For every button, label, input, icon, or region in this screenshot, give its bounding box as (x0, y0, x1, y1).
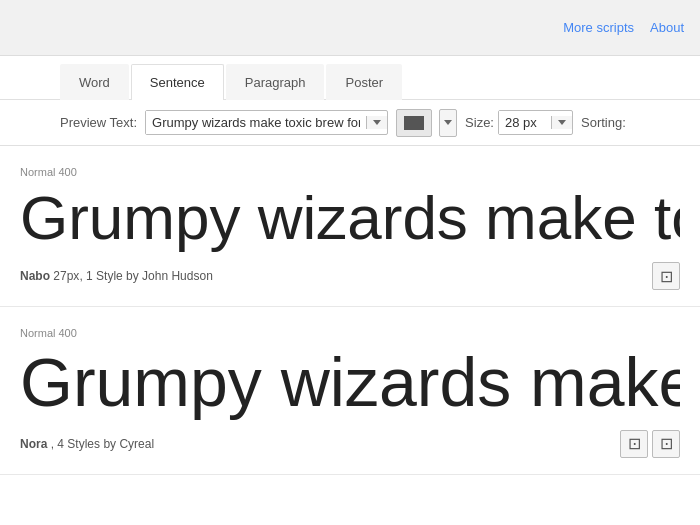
font-card-1-info: Nabo 27px, 1 Style by John Hudson (20, 269, 213, 283)
tab-paragraph[interactable]: Paragraph (226, 64, 325, 100)
preview-text-label: Preview Text: (60, 115, 137, 130)
font-card-1-name: Nabo (20, 269, 50, 283)
preview-text-input-group (145, 110, 388, 135)
font-card-1-styles: 1 Style (86, 269, 123, 283)
font-card-1: Normal 400 Grumpy wizards make toxic bre… (0, 146, 700, 307)
font-card-1-meta-top: Normal 400 (20, 166, 680, 178)
font-list: Normal 400 Grumpy wizards make toxic bre… (0, 146, 700, 525)
font-card-1-by: by (126, 269, 142, 283)
color-dropdown-btn[interactable] (439, 109, 457, 137)
color-dropdown-arrow-icon (444, 120, 452, 125)
more-scripts-link[interactable]: More scripts (563, 20, 634, 35)
size-dropdown-btn[interactable] (551, 116, 572, 129)
font-card-1-preview: Grumpy wizards make toxic brew for the e… (20, 184, 680, 252)
size-input[interactable] (499, 111, 551, 134)
font-card-2-author: Cyreal (119, 437, 154, 451)
font-card-1-size: 27px, (53, 269, 86, 283)
font-card-1-meta-bottom: Nabo 27px, 1 Style by John Hudson ⊡ (20, 262, 680, 290)
font-card-2-meta-bottom: Nora , 4 Styles by Cyreal ⊡ ⊡ (20, 430, 680, 458)
size-dropdown-arrow-icon (558, 120, 566, 125)
preview-dropdown-arrow-icon (373, 120, 381, 125)
tabs-bar: Word Sentence Paragraph Poster (0, 56, 700, 100)
tab-word[interactable]: Word (60, 64, 129, 100)
font-card-2-actions: ⊡ ⊡ (620, 430, 680, 458)
font-card-2-by: by (103, 437, 119, 451)
sorting-label: Sorting: (581, 115, 626, 130)
font-card-2-styles: , 4 Styles (51, 437, 100, 451)
font-card-2-name: Nora (20, 437, 47, 451)
color-picker-btn[interactable] (396, 109, 432, 137)
font-card-2: Normal 400 Grumpy wizards make toxic bre… (0, 307, 700, 475)
tab-poster[interactable]: Poster (326, 64, 402, 100)
font-card-2-meta-top: Normal 400 (20, 327, 680, 339)
preview-text-dropdown-btn[interactable] (366, 116, 387, 129)
top-nav: More scripts About (0, 0, 700, 56)
preview-text-input[interactable] (146, 111, 366, 134)
font-card-1-actions: ⊡ (652, 262, 680, 290)
toolbar: Preview Text: Size: Sorting: (0, 100, 700, 146)
size-label: Size: (465, 115, 494, 130)
tab-sentence[interactable]: Sentence (131, 64, 224, 100)
font-card-2-preview: Grumpy wizards make toxic brew for the e… (20, 345, 680, 420)
font-card-2-info: Nora , 4 Styles by Cyreal (20, 437, 154, 451)
about-link[interactable]: About (650, 20, 684, 35)
size-group: Size: (465, 110, 573, 135)
color-swatch (404, 116, 424, 130)
font-card-1-author: John Hudson (142, 269, 213, 283)
font-card-2-add-btn-1[interactable]: ⊡ (620, 430, 648, 458)
size-input-wrap (498, 110, 573, 135)
font-card-2-add-btn-2[interactable]: ⊡ (652, 430, 680, 458)
font-card-1-add-btn[interactable]: ⊡ (652, 262, 680, 290)
nav-links: More scripts About (563, 20, 684, 35)
